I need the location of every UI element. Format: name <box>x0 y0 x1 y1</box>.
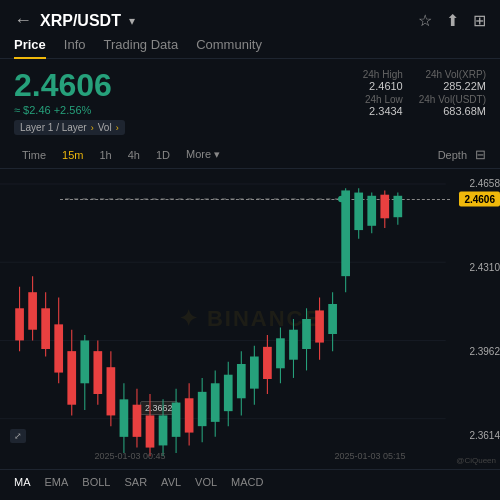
svg-rect-57 <box>354 193 363 231</box>
svg-rect-27 <box>159 415 168 445</box>
svg-rect-7 <box>28 292 37 330</box>
ctrl-15m[interactable]: 15m <box>54 146 91 164</box>
header: ← XRP/USDT ▾ ☆ ⬆ ⊞ <box>0 0 500 37</box>
ind-ma[interactable]: MA <box>14 476 31 488</box>
ind-boll[interactable]: BOLL <box>82 476 110 488</box>
price-section: 2.4606 ≈ $2.46 +2.56% Layer 1 / Layer › … <box>0 59 500 141</box>
svg-rect-33 <box>198 392 207 426</box>
svg-rect-11 <box>54 324 63 372</box>
svg-rect-61 <box>380 195 389 219</box>
tab-community[interactable]: Community <box>196 37 262 58</box>
ind-macd[interactable]: MACD <box>231 476 263 488</box>
ctrl-more[interactable]: More ▾ <box>178 145 228 164</box>
svg-rect-35 <box>211 383 220 422</box>
ind-vol[interactable]: VOL <box>195 476 217 488</box>
svg-point-65 <box>338 196 345 202</box>
svg-rect-13 <box>67 351 76 405</box>
svg-rect-43 <box>263 347 272 379</box>
svg-rect-55 <box>341 190 350 276</box>
svg-rect-41 <box>250 357 259 389</box>
svg-rect-5 <box>15 308 24 340</box>
tab-price[interactable]: Price <box>14 37 46 58</box>
grid-icon[interactable]: ⊞ <box>473 11 486 30</box>
svg-rect-31 <box>185 398 194 432</box>
ind-sar[interactable]: SAR <box>124 476 147 488</box>
vol-badge: Vol <box>98 122 112 133</box>
time-labels: 2025-01-03 00:45 2025-01-03 05:15 <box>0 451 500 461</box>
price-usd: ≈ $2.46 +2.56% <box>14 104 125 116</box>
trading-pair: XRP/USDT <box>40 12 121 30</box>
watermark-credit: @CiQueen <box>456 456 496 465</box>
ind-ema[interactable]: EMA <box>45 476 69 488</box>
svg-rect-45 <box>276 338 285 368</box>
svg-rect-25 <box>146 415 155 447</box>
main-price: 2.4606 <box>14 69 125 101</box>
favorite-icon[interactable]: ☆ <box>418 11 432 30</box>
svg-rect-23 <box>133 405 142 437</box>
ctrl-4h[interactable]: 4h <box>120 146 148 164</box>
svg-rect-19 <box>107 367 116 415</box>
back-button[interactable]: ← <box>14 10 32 31</box>
pair-chevron-icon[interactable]: ▾ <box>129 14 135 28</box>
expand-icon[interactable]: ⤢ <box>10 429 26 443</box>
ctrl-1d[interactable]: 1D <box>148 146 178 164</box>
svg-rect-9 <box>41 308 50 349</box>
svg-rect-15 <box>80 340 89 383</box>
header-icons: ☆ ⬆ ⊞ <box>418 11 486 30</box>
ctrl-settings-icon[interactable]: ⊟ <box>475 147 486 162</box>
ind-avl[interactable]: AVL <box>161 476 181 488</box>
svg-rect-39 <box>237 364 246 398</box>
layer-badge[interactable]: Layer 1 / Layer › Vol › <box>14 120 125 135</box>
svg-rect-53 <box>328 304 337 334</box>
svg-rect-37 <box>224 375 233 411</box>
share-icon[interactable]: ⬆ <box>446 11 459 30</box>
price-stats: 24h High 2.4610 24h Vol(XRP) 285.22M 24h… <box>336 69 487 117</box>
indicator-bar: MA EMA BOLL SAR AVL VOL MACD <box>0 469 500 494</box>
tab-info[interactable]: Info <box>64 37 86 58</box>
svg-rect-29 <box>172 403 181 437</box>
svg-rect-63 <box>393 196 402 217</box>
svg-rect-51 <box>315 310 324 342</box>
ctrl-time: Time <box>14 146 54 164</box>
svg-rect-49 <box>302 319 311 349</box>
tab-trading-data[interactable]: Trading Data <box>104 37 179 58</box>
stat-24h-low: 24h Low 2.3434 <box>336 94 403 117</box>
chart-area: ✦ BINANCE 2.4658 2.4310 2.3962 2.3614 2.… <box>0 169 500 469</box>
svg-rect-59 <box>367 196 376 226</box>
stat-24h-high: 24h High 2.4610 <box>336 69 403 92</box>
time-label-1: 2025-01-03 00:45 <box>94 451 165 461</box>
ctrl-depth[interactable]: Depth <box>430 146 475 164</box>
tab-bar: Price Info Trading Data Community <box>0 37 500 59</box>
svg-rect-47 <box>289 330 298 360</box>
vol-chevron-icon: › <box>116 123 119 133</box>
price-left: 2.4606 ≈ $2.46 +2.56% Layer 1 / Layer › … <box>14 69 125 135</box>
time-label-2: 2025-01-03 05:15 <box>334 451 405 461</box>
stat-24h-vol-xrp: 24h Vol(XRP) 285.22M <box>419 69 486 92</box>
svg-rect-17 <box>93 351 102 394</box>
ctrl-1h[interactable]: 1h <box>91 146 119 164</box>
candlestick-chart <box>0 169 500 469</box>
chart-controls: Time 15m 1h 4h 1D More ▾ Depth ⊟ <box>0 141 500 169</box>
svg-rect-21 <box>120 399 129 437</box>
layer-chevron-icon: › <box>91 123 94 133</box>
stat-24h-vol-usdt: 24h Vol(USDT) 683.68M <box>419 94 486 117</box>
